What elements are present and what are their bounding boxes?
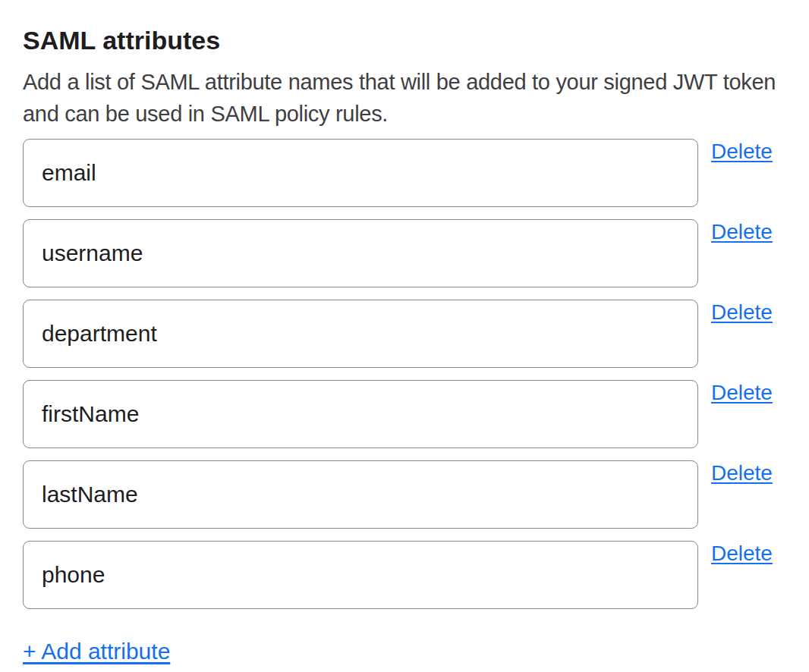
delete-link[interactable]: Delete — [711, 380, 773, 406]
attribute-row: Delete — [23, 300, 786, 368]
description-line-2: and can be used in SAML policy rules. — [23, 98, 786, 130]
delete-link[interactable]: Delete — [711, 219, 773, 245]
attribute-list: Delete Delete Delete Delete Delete Delet… — [23, 139, 786, 609]
attribute-row: Delete — [23, 541, 786, 609]
attribute-row: Delete — [23, 139, 786, 207]
delete-link[interactable]: Delete — [711, 460, 773, 486]
delete-link[interactable]: Delete — [711, 300, 773, 325]
attribute-input-username[interactable] — [23, 219, 698, 287]
attribute-row: Delete — [23, 380, 786, 448]
attribute-row: Delete — [23, 460, 786, 529]
attribute-row: Delete — [23, 219, 786, 287]
attribute-input-lastname[interactable] — [23, 460, 698, 529]
attribute-input-phone[interactable] — [23, 541, 698, 609]
saml-attributes-section: SAML attributes Add a list of SAML attri… — [0, 0, 809, 665]
page-title: SAML attributes — [23, 25, 786, 55]
page-description: Add a list of SAML attribute names that … — [23, 66, 786, 130]
add-attribute-link[interactable]: + Add attribute — [23, 638, 170, 665]
delete-link[interactable]: Delete — [711, 541, 773, 567]
attribute-input-email[interactable] — [23, 139, 698, 207]
delete-link[interactable]: Delete — [711, 139, 773, 165]
description-line-1: Add a list of SAML attribute names that … — [23, 66, 786, 98]
attribute-input-firstname[interactable] — [23, 380, 698, 448]
attribute-input-department[interactable] — [23, 300, 698, 368]
